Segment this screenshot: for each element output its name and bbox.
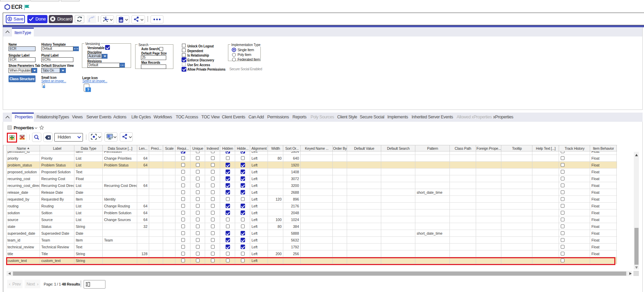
svg-text:?: ?: [43, 85, 45, 88]
svg-text:?: ?: [87, 88, 89, 92]
